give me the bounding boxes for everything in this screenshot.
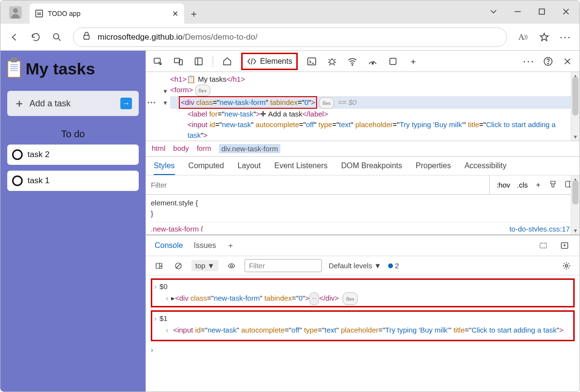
browser-tab[interactable]: TODO app ✕ bbox=[29, 3, 184, 24]
performance-icon[interactable] bbox=[366, 55, 379, 68]
settings-more-icon[interactable]: ··· bbox=[522, 55, 535, 68]
log-levels-selector[interactable]: Default levels ▼ bbox=[329, 261, 381, 270]
more-drawer-tabs-icon[interactable]: ＋ bbox=[227, 241, 234, 251]
tab-console[interactable]: Console bbox=[155, 241, 183, 250]
search-icon[interactable] bbox=[52, 32, 62, 43]
elements-tab-label: Elements bbox=[260, 57, 292, 66]
svg-point-20 bbox=[566, 264, 568, 267]
scrollbar[interactable]: ▲▼ bbox=[571, 175, 580, 234]
new-tab-button[interactable]: ＋ bbox=[184, 3, 203, 24]
tab-properties[interactable]: Properties bbox=[416, 161, 451, 170]
inspect-element-icon[interactable] bbox=[152, 55, 164, 68]
crumb[interactable]: body bbox=[173, 144, 189, 153]
sources-bug-icon[interactable] bbox=[326, 55, 338, 68]
breadcrumb[interactable]: html body form div.new-task-form bbox=[146, 141, 580, 157]
checkbox-circle-icon[interactable] bbox=[12, 175, 23, 186]
issues-counter[interactable]: 2 bbox=[388, 261, 399, 270]
svg-point-13 bbox=[548, 63, 548, 63]
submit-arrow-icon[interactable]: → bbox=[120, 98, 132, 109]
url-field[interactable]: microsoftedge.github.io/Demos/demo-to-do… bbox=[73, 28, 507, 47]
clear-console-icon[interactable] bbox=[172, 260, 185, 272]
console-filter-input[interactable]: Filter bbox=[245, 259, 322, 272]
task-item[interactable]: task 1 bbox=[7, 171, 139, 191]
help-icon[interactable] bbox=[542, 55, 554, 68]
dock-icon[interactable] bbox=[537, 239, 550, 252]
panel-layout-icon[interactable] bbox=[192, 55, 205, 68]
dom-node[interactable]: <label for="new-task">✚ Add a task</labe… bbox=[170, 109, 580, 119]
crumb-active[interactable]: div.new-task-form bbox=[219, 144, 280, 153]
crumb[interactable]: form bbox=[197, 144, 211, 153]
new-style-rule-icon[interactable]: ＋ bbox=[535, 180, 542, 189]
more-tabs-icon[interactable]: ＋ bbox=[407, 55, 420, 68]
checkbox-circle-icon[interactable] bbox=[12, 149, 23, 160]
brush-icon[interactable] bbox=[549, 180, 557, 190]
favorite-icon[interactable] bbox=[539, 32, 550, 43]
close-devtools-icon[interactable] bbox=[561, 55, 574, 68]
styles-pane[interactable]: element.style { } .new-task-form { to-do… bbox=[146, 195, 580, 234]
console-drawer: Console Issues ＋ top ▼ Filter Default le… bbox=[146, 234, 580, 392]
styles-filter-input[interactable] bbox=[146, 181, 489, 189]
console-sidebar-icon[interactable] bbox=[153, 260, 165, 272]
context-selector[interactable]: top ▼ bbox=[191, 260, 218, 271]
devtools-toolbar: Elements ＋ ··· bbox=[146, 51, 580, 72]
style-source-link[interactable]: to-do-styles.css:17 bbox=[509, 224, 570, 232]
svg-point-10 bbox=[372, 63, 373, 64]
console-icon[interactable] bbox=[305, 55, 318, 68]
tab-layout[interactable]: Layout bbox=[237, 161, 261, 170]
expand-drawer-icon[interactable] bbox=[558, 239, 571, 252]
rendered-page: My tasks ＋ Add a task → To do task 2 tas… bbox=[0, 51, 145, 392]
minimize-button[interactable] bbox=[507, 4, 529, 19]
caret-down-icon[interactable] bbox=[482, 4, 505, 19]
svg-rect-2 bbox=[84, 35, 89, 39]
scrollbar[interactable]: ▲▼ bbox=[571, 72, 580, 141]
add-task-label: Add a task bbox=[29, 99, 71, 109]
dom-node-selected[interactable]: ▼<div class="new-task-form" tabindex="0"… bbox=[170, 96, 580, 109]
tab-issues[interactable]: Issues bbox=[194, 241, 216, 250]
console-entry: ›$0 ‹▸<div class="new-task-form" tabinde… bbox=[151, 278, 575, 307]
maximize-button[interactable] bbox=[531, 4, 553, 19]
tab-dom-breakpoints[interactable]: DOM Breakpoints bbox=[341, 161, 402, 170]
dom-node[interactable]: <input id="new-task" autocomplete="off" … bbox=[170, 119, 580, 141]
window-controls bbox=[482, 4, 577, 19]
dollar-zero-hint: == $0 bbox=[338, 98, 356, 106]
console-output[interactable]: ›$0 ‹▸<div class="new-task-form" tabinde… bbox=[146, 276, 580, 359]
svg-rect-15 bbox=[540, 243, 546, 248]
back-button[interactable] bbox=[9, 32, 20, 43]
memory-icon[interactable] bbox=[387, 55, 399, 68]
hov-toggle[interactable]: :hov bbox=[496, 181, 510, 189]
cls-toggle[interactable]: .cls bbox=[517, 181, 528, 189]
network-icon[interactable] bbox=[346, 55, 359, 68]
console-settings-icon[interactable] bbox=[560, 260, 573, 272]
task-label: task 2 bbox=[28, 150, 49, 160]
drawer-tab-bar: Console Issues ＋ bbox=[146, 235, 580, 256]
add-task-input[interactable]: ＋ Add a task → bbox=[7, 91, 139, 116]
task-item[interactable]: task 2 bbox=[7, 145, 139, 165]
svg-rect-6 bbox=[195, 58, 203, 65]
more-icon[interactable]: ··· bbox=[560, 32, 571, 43]
svg-rect-11 bbox=[390, 58, 396, 64]
console-entry: ›$1 ‹ <input id="new-task" autocomplete=… bbox=[151, 310, 575, 341]
dom-node[interactable]: ▼<form>flex bbox=[170, 85, 580, 96]
flex-badge[interactable]: flex bbox=[319, 97, 334, 109]
flex-badge[interactable]: flex bbox=[195, 85, 210, 96]
clipboard-icon bbox=[7, 60, 21, 78]
url-text: microsoftedge.github.io/Demos/demo-to-do… bbox=[98, 32, 258, 42]
tab-event-listeners[interactable]: Event Listeners bbox=[274, 161, 327, 170]
read-aloud-icon[interactable]: A)) bbox=[518, 32, 528, 43]
refresh-button[interactable] bbox=[30, 32, 41, 43]
close-tab-icon[interactable]: ✕ bbox=[172, 9, 178, 18]
styles-tab-bar: Styles Computed Layout Event Listeners D… bbox=[146, 157, 580, 175]
device-toolbar-icon[interactable] bbox=[172, 55, 185, 68]
live-expression-icon[interactable] bbox=[225, 260, 238, 272]
page-heading: My tasks bbox=[7, 59, 139, 78]
crumb[interactable]: html bbox=[152, 144, 165, 153]
tab-computed[interactable]: Computed bbox=[188, 161, 224, 170]
tab-styles[interactable]: Styles bbox=[154, 161, 175, 175]
dom-tree[interactable]: <h1>📋 My tasks</h1> ▼<form>flex ▼<div cl… bbox=[146, 72, 580, 141]
elements-tab[interactable]: Elements bbox=[241, 53, 298, 70]
close-window-button[interactable] bbox=[555, 4, 577, 19]
welcome-icon[interactable] bbox=[221, 55, 233, 68]
profile-avatar-icon[interactable] bbox=[9, 6, 22, 19]
dom-node[interactable]: <h1>📋 My tasks</h1> bbox=[170, 74, 580, 85]
tab-accessibility[interactable]: Accessibility bbox=[464, 161, 507, 170]
